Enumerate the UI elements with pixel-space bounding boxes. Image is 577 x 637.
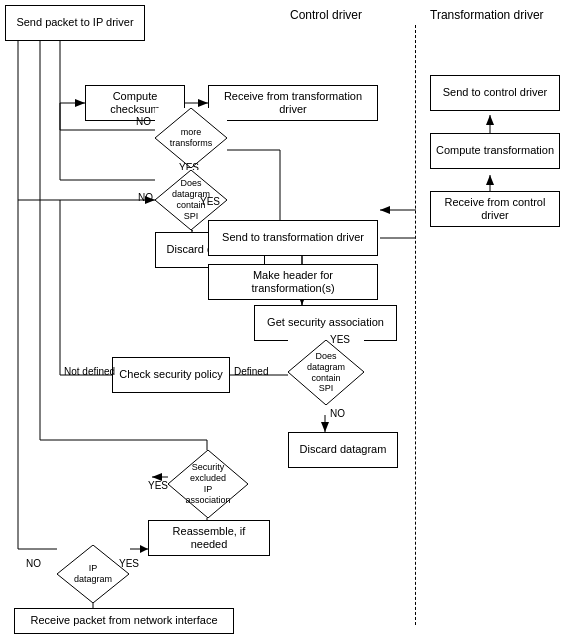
yes-security-label: YES bbox=[148, 480, 168, 491]
ip-datagram-diamond: IP datagram bbox=[57, 545, 129, 603]
svg-marker-22 bbox=[321, 422, 329, 432]
spi-bottom-label: Does datagram contain SPI bbox=[288, 340, 364, 405]
more-transforms-label: more transforms bbox=[155, 108, 227, 168]
transformation-driver-label: Transformation driver bbox=[430, 8, 544, 22]
defined-label: Defined bbox=[234, 366, 268, 377]
svg-marker-50 bbox=[486, 175, 494, 185]
discard-datagram-bottom-box: Discard datagram bbox=[288, 432, 398, 468]
svg-marker-52 bbox=[380, 206, 390, 214]
security-excluded-diamond: Security excluded IP association bbox=[168, 450, 248, 518]
no-spi-bottom-label: NO bbox=[330, 408, 345, 419]
svg-marker-35 bbox=[198, 99, 208, 107]
get-security-assoc-box: Get security association bbox=[254, 305, 397, 341]
no-top-label: NO bbox=[136, 116, 151, 127]
compute-transformation-box: Compute transformation bbox=[430, 133, 560, 169]
spi-bottom-diamond: Does datagram contain SPI bbox=[288, 340, 364, 405]
section-divider bbox=[415, 25, 416, 625]
spi-top-diamond: Does datagram contain SPI bbox=[155, 170, 227, 230]
security-excluded-label: Security excluded IP association bbox=[168, 450, 248, 518]
send-to-control-box: Send to control driver bbox=[430, 75, 560, 111]
control-driver-label: Control driver bbox=[290, 8, 362, 22]
ip-datagram-label: IP datagram bbox=[57, 545, 129, 603]
not-defined-label: Not defined bbox=[64, 366, 115, 377]
send-to-transform-box: Send to transformation driver bbox=[208, 220, 378, 256]
receive-packet-box: Receive packet from network interface bbox=[14, 608, 234, 634]
svg-marker-48 bbox=[486, 115, 494, 125]
more-transforms-diamond: more transforms bbox=[155, 108, 227, 168]
receive-from-control-box: Receive from control driver bbox=[430, 191, 560, 227]
send-packet-ip-box: Send packet to IP driver bbox=[5, 5, 145, 41]
spi-top-label: Does datagram contain SPI bbox=[155, 170, 227, 230]
check-security-policy-box: Check security policy bbox=[112, 357, 230, 393]
receive-from-transform-box: Receive from transformation driver bbox=[208, 85, 378, 121]
no-left-label: NO bbox=[138, 192, 153, 203]
make-header-box: Make header for transformation(s) bbox=[208, 264, 378, 300]
svg-marker-33 bbox=[75, 99, 85, 107]
flowchart-diagram: Control driver Transformation driver bbox=[0, 0, 577, 637]
no-ip-label: NO bbox=[26, 558, 41, 569]
svg-marker-3 bbox=[140, 545, 148, 553]
reassemble-box: Reassemble, if needed bbox=[148, 520, 270, 556]
